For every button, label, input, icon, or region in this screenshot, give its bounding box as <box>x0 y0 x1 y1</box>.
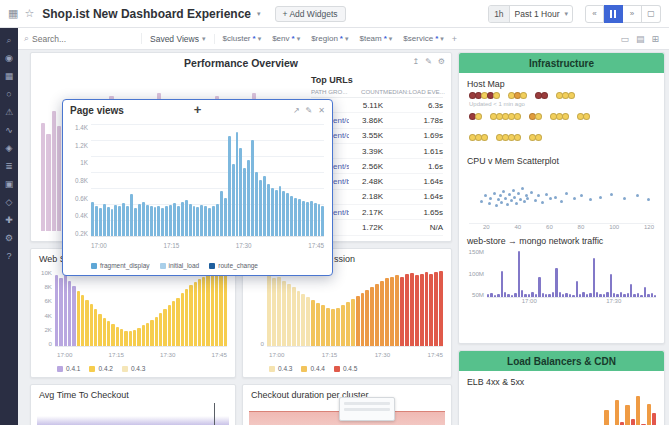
legend-item[interactable]: fragment_display <box>91 262 150 269</box>
sidebar-dashboards-icon[interactable]: ▦ <box>5 72 14 81</box>
legend-item[interactable]: 0.4.2 <box>89 365 112 372</box>
legend-item[interactable]: 0.4.4 <box>301 365 324 372</box>
favorite-star-icon[interactable]: ☆ <box>24 7 34 20</box>
sidebar-watchdog-icon[interactable]: ◉ <box>5 54 13 63</box>
chart-bar <box>331 309 335 346</box>
add-variable-button[interactable]: + <box>452 34 457 44</box>
group-header[interactable]: Infrastructure <box>459 53 664 73</box>
pause-button[interactable] <box>604 5 623 23</box>
widget-header: Page views + ↗ ✎ ✕ <box>63 100 332 120</box>
sidebar-metrics-icon[interactable]: ∿ <box>5 126 13 135</box>
host-group[interactable] <box>577 113 589 120</box>
legend-item[interactable]: initial_load <box>160 262 200 269</box>
sidebar-monitors-icon[interactable]: ⚠ <box>5 108 13 117</box>
column-median[interactable]: MEDIAN:LOAD EVE... <box>383 88 443 95</box>
sidebar-infrastructure-icon[interactable]: ○ <box>6 90 11 99</box>
legend-item[interactable]: 0.4.5 <box>334 365 357 372</box>
chart-bar <box>161 208 164 236</box>
notebook-icon[interactable]: ▤ <box>636 34 645 44</box>
host-dot <box>520 92 527 99</box>
host-group[interactable] <box>529 113 541 120</box>
menu-icon[interactable]: ▦ <box>8 7 18 20</box>
host-group[interactable] <box>469 92 499 99</box>
axis-tick: 17:30 <box>160 351 175 358</box>
legend-item[interactable]: route_change <box>209 262 258 269</box>
cell-median: 1.69s <box>383 131 443 140</box>
search-icon: ⌕ <box>24 33 29 44</box>
chart-bar <box>81 295 84 346</box>
backward-button[interactable]: « <box>585 5 604 23</box>
chart-bar <box>126 206 129 236</box>
add-widgets-button[interactable]: + Add Widgets <box>275 6 346 22</box>
chart-bar <box>155 317 158 346</box>
scatter-point <box>497 198 500 201</box>
title-caret-icon[interactable]: ▾ <box>257 10 261 18</box>
sidebar-integrations-icon[interactable]: ✚ <box>5 216 13 225</box>
sidebar-settings-icon[interactable]: ⚙ <box>5 234 13 243</box>
host-group[interactable] <box>496 134 520 141</box>
chart-bar <box>538 277 540 297</box>
group-header[interactable]: Load Balancers & CDN <box>459 351 664 371</box>
host-group[interactable] <box>469 134 487 141</box>
tv-mode-icon[interactable]: ▭ <box>620 34 629 44</box>
template-variable-cluster[interactable]: $cluster*▾ <box>223 34 262 43</box>
legend-item[interactable]: 0.4.3 <box>122 365 145 372</box>
fullscreen-button[interactable]: ▢ <box>642 5 661 23</box>
chart-bar <box>545 294 547 297</box>
cell-median: 1.65s <box>383 208 443 217</box>
y-axis: 1M0 <box>247 269 267 347</box>
template-variable-env[interactable]: $env*▾ <box>272 34 300 43</box>
scatter-point <box>560 200 563 203</box>
expand-icon[interactable]: ↗ <box>293 106 300 115</box>
legend-item[interactable]: 0.4.3 <box>269 365 292 372</box>
axis-tick: 17:30 <box>606 298 621 304</box>
sidebar-security-icon[interactable]: ▣ <box>5 180 14 189</box>
template-variable-region[interactable]: $region*▾ <box>311 34 348 43</box>
export-icon[interactable]: ↥ <box>412 57 419 66</box>
host-group[interactable] <box>556 92 574 99</box>
time-range-picker[interactable]: 1h Past 1 Hour ▾ <box>488 5 573 23</box>
edit-icon[interactable]: ✎ <box>306 106 313 115</box>
apps-icon[interactable]: ⊞ <box>651 34 659 44</box>
legend-item[interactable]: 0.4.1 <box>57 365 80 372</box>
sidebar-logs-icon[interactable]: ≣ <box>5 162 13 171</box>
template-variable-team[interactable]: $team*▾ <box>359 34 392 43</box>
host-group[interactable] <box>550 113 568 120</box>
host-group[interactable] <box>469 113 481 120</box>
sidebar-synthetics-icon[interactable]: ◇ <box>6 198 13 207</box>
close-icon[interactable]: ✕ <box>318 106 325 115</box>
column-count[interactable]: COUNT <box>349 88 383 95</box>
chart-bar <box>521 290 523 297</box>
page-views-widget[interactable]: Page views + ↗ ✎ ✕ 1.4K1.2K1K0.8K0.6K0.4… <box>62 99 333 276</box>
search-input[interactable] <box>32 34 128 44</box>
avg-time-to-checkout-panel: Avg Time To Checkout <box>30 384 236 425</box>
move-handle-icon[interactable]: + <box>194 102 202 117</box>
host-group[interactable] <box>490 113 520 120</box>
chart-bar <box>395 275 399 346</box>
chart-bar <box>604 410 608 425</box>
host-group[interactable] <box>535 92 547 99</box>
chart-bar <box>606 292 608 297</box>
column-path[interactable]: PATH GRO...↓ <box>311 88 349 95</box>
sidebar-apm-icon[interactable]: ◈ <box>6 144 13 153</box>
template-variable-service[interactable]: $service*▾ <box>403 34 443 43</box>
chart-bar <box>99 208 102 236</box>
edit-icon[interactable]: ✎ <box>425 57 432 66</box>
chart-bar <box>375 284 379 346</box>
cell-count: 2.18K <box>349 192 383 201</box>
forward-button[interactable]: » <box>623 5 642 23</box>
axis-tick: 20 <box>483 224 490 230</box>
chart-bar <box>232 164 235 236</box>
chart-bar <box>77 291 80 346</box>
host-group[interactable] <box>529 134 541 141</box>
axis-tick: 1.2K <box>75 142 88 149</box>
legend-label: 0.4.2 <box>98 365 112 372</box>
sidebar-search-icon[interactable]: ⌕ <box>6 36 11 45</box>
chart-bar <box>98 314 101 346</box>
sidebar-help-icon[interactable]: ? <box>6 252 11 261</box>
settings-gear-icon[interactable]: ⚙ <box>438 57 445 66</box>
saved-views-dropdown[interactable]: Saved Views ▾ <box>150 34 215 44</box>
chart-bar <box>555 268 557 297</box>
chart-legend: 0.4.10.4.20.4.3 <box>57 365 145 372</box>
host-group[interactable] <box>508 92 526 99</box>
